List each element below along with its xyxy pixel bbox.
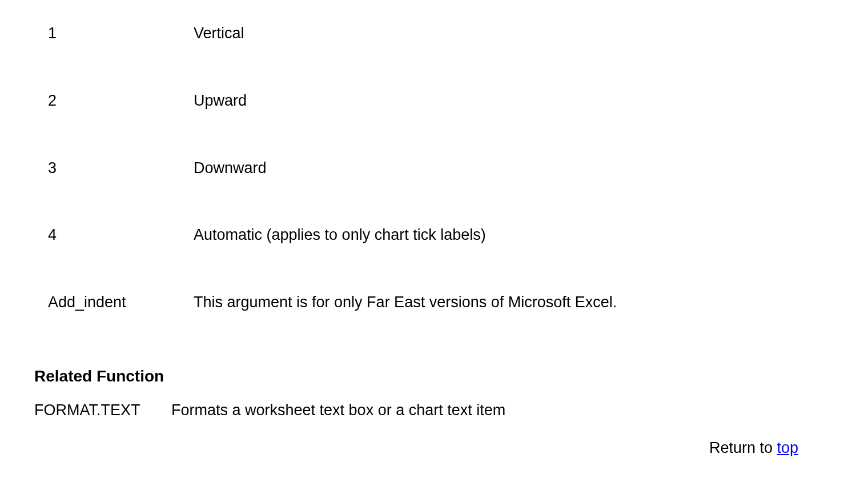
param-value: This argument is for only Far East versi… xyxy=(194,292,834,314)
param-key: 4 xyxy=(48,224,194,246)
param-value: Downward xyxy=(194,158,834,179)
table-row: 1 Vertical xyxy=(48,23,834,45)
param-key: Add_indent xyxy=(48,292,194,314)
table-row: 3 Downward xyxy=(48,158,834,179)
related-function-heading: Related Function xyxy=(34,365,834,387)
related-function-desc: Formats a worksheet text box or a chart … xyxy=(171,400,834,421)
param-value: Automatic (applies to only chart tick la… xyxy=(194,224,834,246)
table-row: 4 Automatic (applies to only chart tick … xyxy=(48,224,834,246)
parameter-table: 1 Vertical 2 Upward 3 Downward 4 Automat… xyxy=(48,23,834,314)
related-function-name: FORMAT.TEXT xyxy=(34,400,171,421)
param-key: 1 xyxy=(48,23,194,45)
param-value: Upward xyxy=(194,90,834,112)
param-key: 2 xyxy=(48,90,194,112)
param-value: Vertical xyxy=(194,23,834,45)
return-to-top-row: Return to top xyxy=(34,437,834,459)
return-to-prefix: Return to xyxy=(709,439,777,456)
table-row: Add_indent This argument is for only Far… xyxy=(48,292,834,314)
table-row: 2 Upward xyxy=(48,90,834,112)
param-key: 3 xyxy=(48,158,194,179)
return-to-top-link[interactable]: top xyxy=(777,439,798,456)
related-function-row: FORMAT.TEXT Formats a worksheet text box… xyxy=(34,400,834,421)
